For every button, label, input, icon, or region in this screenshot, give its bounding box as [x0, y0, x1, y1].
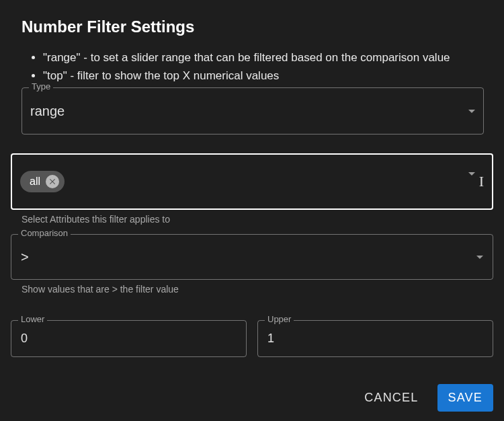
chip-remove-icon[interactable]	[46, 175, 59, 188]
type-label: Type	[29, 81, 53, 91]
lower-label: Lower	[18, 314, 47, 324]
chevron-down-icon	[468, 110, 475, 113]
save-button[interactable]: Save	[437, 384, 494, 412]
chevron-down-icon[interactable]	[468, 176, 475, 188]
upper-label: Upper	[265, 314, 294, 324]
text-cursor-icon: I	[479, 174, 484, 189]
lower-field[interactable]: Lower	[11, 320, 247, 357]
attributes-helper: Select Attributes this filter applies to	[22, 214, 493, 225]
upper-field[interactable]: Upper	[257, 320, 493, 357]
description-list: "range" - to set a slider range that can…	[11, 48, 493, 85]
attribute-chip[interactable]: all	[20, 171, 65, 192]
comparison-helper: Show values that are > the filter value	[22, 284, 493, 295]
type-select[interactable]: Type range	[22, 87, 484, 135]
chip-label: all	[30, 176, 40, 188]
description-item: "range" - to set a slider range that can…	[43, 48, 493, 67]
attributes-select[interactable]: all I	[11, 153, 493, 210]
dialog-title: Number Filter Settings	[22, 17, 493, 36]
chevron-down-icon	[476, 256, 483, 259]
lower-input[interactable]	[21, 332, 237, 346]
comparison-label: Comparison	[18, 228, 71, 238]
description-item: "top" - filter to show the top X numeric…	[43, 67, 493, 85]
cancel-button[interactable]: Cancel	[353, 384, 429, 412]
upper-input[interactable]	[267, 332, 483, 346]
type-select-value: range	[30, 104, 65, 119]
comparison-select[interactable]: Comparison >	[11, 234, 493, 280]
comparison-value: >	[21, 250, 29, 265]
